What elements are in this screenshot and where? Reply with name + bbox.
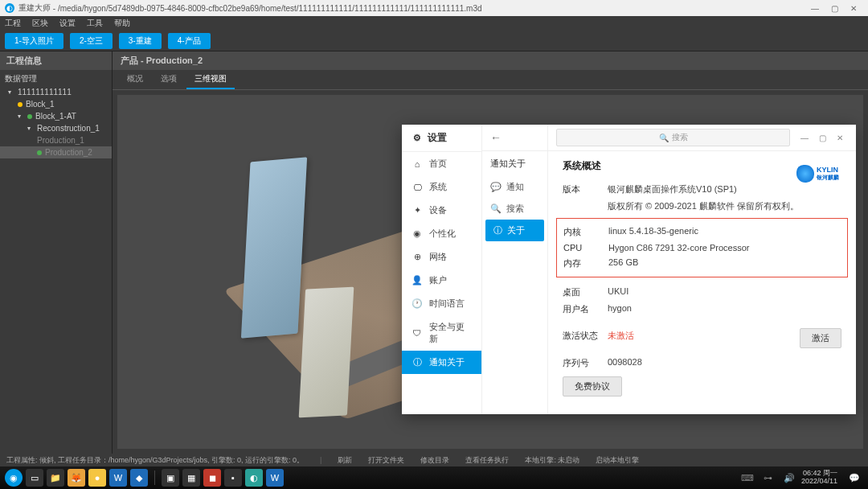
globe-icon: ⊕ (411, 252, 423, 263)
arrow-left-icon: ← (490, 131, 502, 144)
highlighted-specs: 内核linux 5.4.18-35-generic CPUHygon C86 7… (556, 218, 848, 277)
subnav-title: 通知关于 (482, 151, 547, 176)
chat-icon: 💬 (490, 182, 502, 192)
dialog-maximize[interactable]: ▢ (814, 134, 830, 142)
taskbar-clock[interactable]: 06:42 周一 2022/04/11 (801, 470, 842, 486)
back-button[interactable]: ← (482, 125, 547, 151)
info-icon: ⓘ (411, 357, 423, 368)
tab-options[interactable]: 选项 (153, 70, 185, 89)
tray-notification-icon[interactable]: 💬 (845, 469, 863, 487)
home-icon: ⌂ (411, 158, 423, 170)
taskbar-app5-icon[interactable]: ▪ (224, 469, 242, 487)
step-toolbar: 1-导入照片 2-空三 3-重建 4-产品 (0, 31, 868, 51)
menu-help[interactable]: 帮助 (114, 18, 130, 29)
caret-icon: ▾ (27, 125, 34, 132)
search-icon: 🔍 (659, 134, 669, 142)
status-start-engine[interactable]: 启动本地引擎 (596, 455, 639, 466)
tree-item-selected[interactable]: Production_2 (0, 146, 112, 158)
step-2[interactable]: 2-空三 (70, 33, 113, 49)
kylin-logo: KYLIN银河麒麟 (796, 163, 845, 184)
sidebar: 工程信息 数据管理 ▾111111111111 Block_1 ▾Block_1… (0, 51, 113, 454)
tray-keyboard-icon[interactable]: ⌨ (739, 469, 756, 487)
start-button[interactable]: ◉ (5, 469, 23, 487)
content-tabs: 概况 选项 三维视图 (113, 70, 868, 90)
menu-project[interactable]: 工程 (5, 18, 21, 29)
status-refresh[interactable]: 刷新 (338, 455, 352, 466)
dialog-header: 🔍搜索 — ▢ ✕ (548, 125, 856, 151)
tray-network-icon[interactable]: ⊶ (760, 469, 777, 487)
nav-personalize[interactable]: ◉个性化 (402, 222, 481, 245)
desktop-value: UKUI (608, 286, 841, 298)
tab-3dview[interactable]: 三维视图 (186, 70, 235, 89)
tree-item[interactable]: Production_1 (0, 134, 112, 146)
tree-root[interactable]: 数据管理 (0, 72, 112, 86)
taskbar-folder-icon[interactable]: 📁 (47, 469, 64, 487)
caret-icon: ▾ (8, 88, 14, 96)
activate-button[interactable]: 激活 (800, 328, 841, 348)
settings-dialog: ⚙设置 ⌂首页 🖵系统 ✦设备 ◉个性化 ⊕网络 👤账户 🕐时间语言 🛡安全与更… (402, 125, 856, 414)
tab-overview[interactable]: 概况 (119, 70, 151, 89)
taskbar-terminal-icon[interactable]: ▣ (162, 469, 179, 487)
taskbar-browser-icon[interactable]: 🦊 (68, 469, 85, 487)
nav-security[interactable]: 🛡安全与更新 (402, 315, 481, 351)
clock-icon: 🕐 (411, 298, 423, 310)
content-title: 产品 - Production_2 (113, 51, 868, 70)
tray-volume-icon[interactable]: 🔊 (780, 469, 798, 487)
search-input[interactable]: 🔍搜索 (556, 129, 790, 146)
search-icon: 🔍 (490, 203, 502, 214)
kylin-icon (796, 165, 814, 183)
version-value: 银河麒麟桌面操作系统V10 (SP1) (608, 183, 841, 195)
nav-system[interactable]: 🖵系统 (402, 175, 481, 199)
close-button[interactable]: ✕ (844, 4, 863, 13)
taskbar-app3-icon[interactable]: ▦ (182, 469, 200, 487)
maximize-button[interactable]: ▢ (825, 4, 844, 13)
settings-nav: ⚙设置 ⌂首页 🖵系统 ✦设备 ◉个性化 ⊕网络 👤账户 🕐时间语言 🛡安全与更… (402, 125, 482, 414)
menu-tools[interactable]: 工具 (87, 18, 103, 29)
step-3[interactable]: 3-重建 (119, 33, 162, 49)
nav-home[interactable]: ⌂首页 (402, 152, 481, 175)
free-agreement-button[interactable]: 免费协议 (563, 376, 622, 397)
taskbar: ◉ ▭ 📁 🦊 ● W ◆ ▣ ▦ ◼ ▪ ◐ W ⌨ ⊶ 🔊 06:42 周一… (0, 466, 868, 489)
taskbar-app2-icon[interactable]: ◆ (130, 469, 148, 487)
status-open-folder[interactable]: 打开文件夹 (368, 455, 404, 466)
taskbar-app6-icon[interactable]: ◐ (245, 469, 263, 487)
app-icon: ◐ (5, 3, 14, 13)
tree-item[interactable]: ▾Reconstruction_1 (0, 122, 112, 134)
status-edit-dir[interactable]: 修改目录 (420, 455, 449, 466)
kernel-value: linux 5.4.18-35-generic (608, 226, 841, 238)
dialog-minimize[interactable]: — (796, 134, 813, 142)
serial-label: 序列号 (563, 357, 608, 369)
nav-time[interactable]: 🕐时间语言 (402, 292, 481, 315)
dialog-close[interactable]: ✕ (832, 134, 848, 142)
tree-item[interactable]: ▾111111111111 (0, 86, 112, 98)
sub-notify[interactable]: 💬通知 (482, 176, 547, 198)
status-dot-icon (37, 150, 42, 155)
tree-item[interactable]: ▾Block_1-AT (0, 110, 112, 122)
step-4[interactable]: 4-产品 (168, 33, 211, 49)
menu-block[interactable]: 区块 (32, 18, 48, 29)
paint-icon: ◉ (411, 228, 423, 240)
nav-about[interactable]: ⓘ通知关于 (402, 351, 481, 374)
taskbar-app-icon[interactable]: ● (88, 469, 106, 487)
sub-about[interactable]: ⓘ关于 (485, 220, 544, 241)
sub-search[interactable]: 🔍搜索 (482, 198, 547, 220)
nav-account[interactable]: 👤账户 (402, 269, 481, 292)
cpu-label: CPU (563, 243, 608, 253)
status-view-tasks[interactable]: 查看任务执行 (465, 455, 509, 466)
app-title: 重建大师 (18, 2, 51, 14)
taskbar-files-icon[interactable]: ▭ (26, 469, 43, 487)
serial-value: 0098028 (608, 357, 841, 369)
caret-icon: ▾ (18, 113, 24, 120)
menu-settings[interactable]: 设置 (59, 18, 76, 29)
taskbar-app7-icon[interactable]: W (266, 469, 284, 487)
nav-devices[interactable]: ✦设备 (402, 199, 481, 222)
minimize-button[interactable]: — (805, 4, 825, 13)
tree-item[interactable]: Block_1 (0, 98, 112, 110)
taskbar-app4-icon[interactable]: ◼ (203, 469, 221, 487)
status-text: 工程属性: 倾斜, 工程任务目录：/home/hygon/G3dProjects… (6, 455, 304, 466)
nav-network[interactable]: ⊕网络 (402, 245, 481, 269)
taskbar-wps-icon[interactable]: W (109, 469, 127, 487)
user-label: 用户名 (563, 303, 608, 315)
settings-body: 🔍搜索 — ▢ ✕ 系统概述 KYLIN银河麒麟 版本银河麒麟桌面操作系统V10… (548, 125, 856, 414)
step-1[interactable]: 1-导入照片 (5, 33, 63, 49)
